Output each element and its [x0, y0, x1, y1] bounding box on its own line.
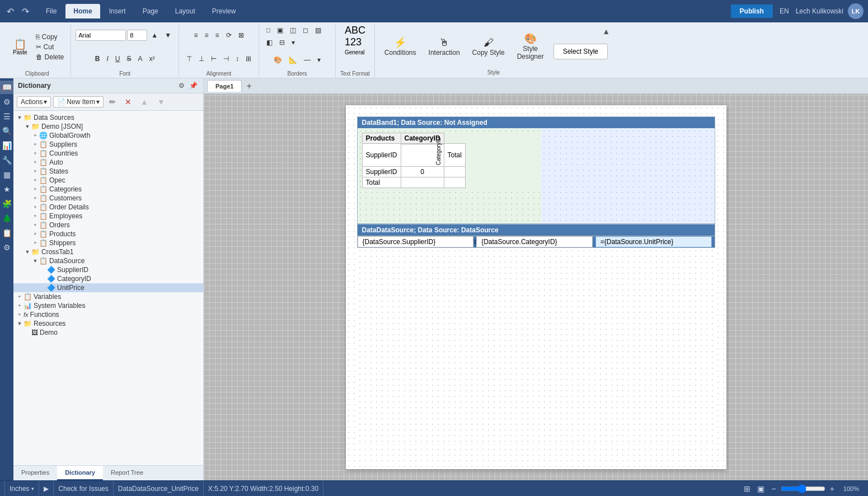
border-style-button[interactable]: — [301, 54, 313, 65]
unit-price-field-cell[interactable]: ={DataSource.UnitPrice} [595, 236, 712, 247]
align-center-button[interactable]: ≡ [202, 30, 212, 41]
superscript-button[interactable]: x² [147, 53, 158, 64]
check-issues-button[interactable]: Check for Issues [54, 481, 113, 496]
copy-style-button[interactable]: 🖌 Copy Style [467, 27, 510, 67]
border-expand-2[interactable]: ▾ [315, 54, 323, 65]
font-size-down-button[interactable]: ▼ [162, 30, 174, 41]
merge-button[interactable]: ⊞ [243, 53, 254, 64]
units-selector[interactable]: Inches ▾ [4, 481, 39, 496]
paste-button[interactable]: 📋 Paste [8, 36, 32, 58]
tree-crosstab1[interactable]: ▼ 📁 CrossTab1 [13, 247, 203, 256]
tree-states[interactable]: + 📋 States [13, 167, 203, 176]
canvas-scroll[interactable]: DataBand1; Data Source: Not Assigned Pro… [204, 94, 868, 480]
tree-icon[interactable]: 🌲 [0, 212, 13, 225]
tree-opec[interactable]: + 📋 Opec [13, 176, 203, 185]
tree-suppliers[interactable]: + 📋 Suppliers [13, 140, 203, 149]
tree-resources[interactable]: ▼ 📁 Resources [13, 319, 203, 328]
tab-layout[interactable]: Layout [167, 4, 203, 18]
strikethrough-button[interactable]: S [124, 53, 134, 64]
tab-preview[interactable]: Preview [204, 4, 244, 18]
cut-button[interactable]: ✂ Cut [34, 43, 67, 52]
tab-dictionary[interactable]: Dictionary [57, 466, 103, 480]
dict-icon[interactable]: 📖 [0, 81, 13, 94]
zoom-slider[interactable] [781, 484, 825, 493]
font-family-input[interactable] [76, 30, 126, 41]
publish-button[interactable]: Publish [731, 4, 773, 18]
tree-supplier-id[interactable]: 🔷 SupplierID [13, 265, 203, 274]
tree-employees[interactable]: + 📋 Employees [13, 212, 203, 221]
border-btn-4[interactable]: ◻ [300, 25, 311, 36]
font-color-button[interactable]: A [135, 53, 146, 64]
border-btn-2[interactable]: ▣ [274, 25, 286, 36]
border-btn-1[interactable]: □ [264, 25, 273, 36]
valign-justify-button[interactable]: ⊣ [220, 53, 232, 64]
chart-icon[interactable]: 📊 [0, 139, 13, 152]
border-btn-7[interactable]: ⊟ [276, 37, 288, 48]
supplier-id-field-cell[interactable]: {DataSource.SupplierID} [358, 236, 474, 247]
undo-icon[interactable]: ↶ [4, 5, 16, 18]
tab-page[interactable]: Page [135, 4, 166, 18]
dict-delete-icon[interactable]: ✕ [121, 96, 135, 108]
language-selector[interactable]: EN [777, 5, 791, 17]
style-designer-button[interactable]: 🎨 StyleDesigner [512, 27, 549, 67]
resize-handle-1[interactable] [473, 236, 476, 247]
tab-insert[interactable]: Insert [101, 4, 134, 18]
tab-home[interactable]: Home [65, 4, 100, 18]
tree-categories[interactable]: + 📋 Categories [13, 185, 203, 194]
border-btn-5[interactable]: ▨ [312, 25, 324, 36]
tab-file[interactable]: File [38, 4, 64, 18]
settings-icon[interactable]: ⚙ [0, 241, 13, 254]
dict-settings-icon[interactable]: ⚙ [177, 81, 186, 91]
bold-button[interactable]: B [92, 53, 103, 64]
tree-datasource[interactable]: ▼ 📋 DataSource [13, 256, 203, 265]
select-style-button[interactable]: Select Style [553, 44, 608, 59]
tree-category-id[interactable]: 🔷 CategoryID [13, 274, 203, 283]
zoom-icon[interactable]: 🔍 [0, 124, 13, 138]
datasource-band-header[interactable]: DataDataSource; Data Source: DataSource [358, 224, 715, 236]
font-size-up-button[interactable]: ▲ [148, 30, 161, 41]
puzzle-icon[interactable]: 🧩 [0, 197, 13, 210]
tree-global-growth[interactable]: + 🌐 GlobalGrowth [13, 131, 203, 140]
fill-color-button[interactable]: 🎨 [271, 54, 285, 65]
expand-status-button[interactable]: ▶ [39, 481, 54, 496]
category-id-field-cell[interactable]: {DataSource.CategoryID} [476, 236, 593, 247]
indent-button[interactable]: ⊠ [236, 30, 247, 41]
align-right-button[interactable]: ≡ [213, 30, 222, 41]
page-view-icon[interactable]: ▣ [755, 484, 767, 493]
ribbon-collapse-button[interactable]: ▲ [602, 27, 610, 36]
dict-down-icon[interactable]: ▼ [154, 96, 168, 108]
text-rotate-button[interactable]: ↕ [233, 53, 242, 64]
border-btn-3[interactable]: ◫ [287, 25, 299, 36]
actions-button[interactable]: Actions ▾ [17, 96, 51, 107]
tree-countries[interactable]: + 📋 Countries [13, 149, 203, 158]
font-size-input[interactable] [127, 30, 147, 41]
tree-variables[interactable]: + 📋 Variables [13, 292, 203, 301]
dict-close-icon[interactable]: 📌 [188, 81, 199, 91]
tools-icon[interactable]: 🔧 [0, 153, 13, 167]
databand1-header[interactable]: DataBand1; Data Source: Not Assigned [358, 117, 715, 128]
data-icon[interactable]: 📋 [0, 226, 13, 240]
valign-bot-button[interactable]: ⊢ [208, 53, 219, 64]
interaction-button[interactable]: 🖱 Interaction [424, 27, 465, 67]
valign-top-button[interactable]: ⊤ [184, 53, 195, 64]
star-icon[interactable]: ★ [0, 183, 13, 196]
zoom-out-icon[interactable]: − [769, 484, 778, 493]
tree-order-details[interactable]: + 📋 Order Details [13, 203, 203, 212]
tree-datasources[interactable]: ▼ 📁 Data Sources [13, 113, 203, 122]
add-page-button[interactable]: + [242, 81, 256, 92]
grid-view-icon[interactable]: ⊞ [742, 484, 753, 493]
tab-properties[interactable]: Properties [13, 466, 57, 480]
valign-mid-button[interactable]: ⊥ [196, 53, 207, 64]
underline-button[interactable]: U [112, 53, 123, 64]
delete-button[interactable]: 🗑 Delete [34, 53, 67, 62]
copy-button[interactable]: ⎘ Copy [34, 32, 67, 41]
resize-handle-3[interactable] [712, 236, 715, 247]
dict-up-icon[interactable]: ▲ [137, 96, 152, 108]
user-avatar[interactable]: LK [848, 3, 864, 19]
tree-functions[interactable]: + fx Functions [13, 310, 203, 319]
tree-auto[interactable]: + 📋 Auto [13, 158, 203, 167]
tree-demo-resource[interactable]: 🖼 Demo [13, 328, 203, 337]
align-justify-button[interactable]: ⟳ [223, 30, 234, 41]
zoom-in-icon[interactable]: + [828, 484, 837, 493]
tree-shippers[interactable]: + 📋 Shippers [13, 238, 203, 247]
